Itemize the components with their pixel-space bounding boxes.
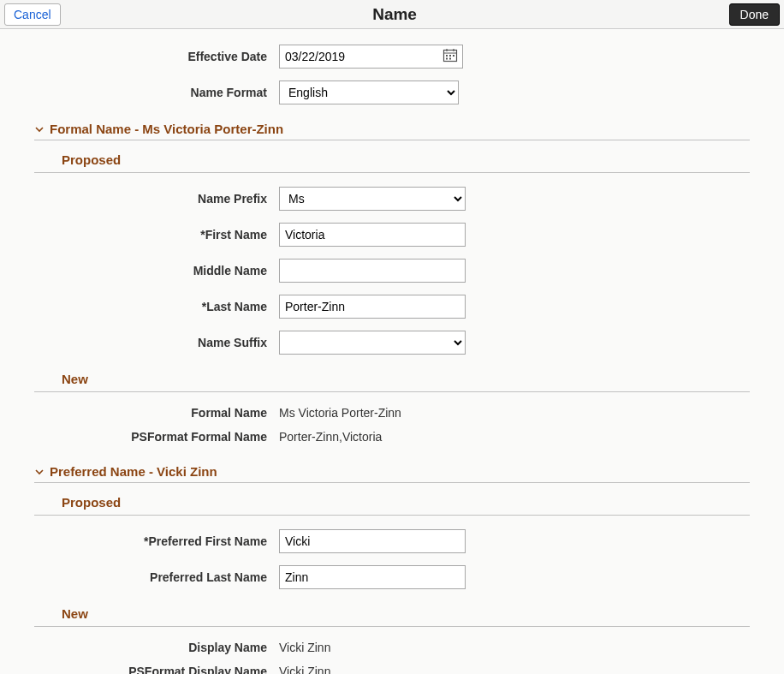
middle-name-row: Middle Name (34, 259, 750, 283)
preferred-name-section-title: Preferred Name - Vicki Zinn (50, 464, 217, 479)
name-prefix-row: Name Prefix Ms (34, 187, 750, 211)
psformat-formal-value: Porter-Zinn,Victoria (279, 430, 382, 444)
preferred-first-name-label: *Preferred First Name (34, 534, 279, 548)
formal-new-header: New (34, 367, 750, 392)
psformat-formal-row: PSFormat Formal Name Porter-Zinn,Victori… (34, 430, 750, 444)
psformat-display-value: Vicki Zinn (279, 665, 330, 674)
middle-name-input[interactable] (279, 259, 466, 283)
chevron-down-icon (34, 467, 45, 477)
formal-name-section-header[interactable]: Formal Name - Ms Victoria Porter-Zinn (34, 116, 750, 140)
formal-name-value: Ms Victoria Porter-Zinn (279, 406, 401, 420)
effective-date-label: Effective Date (34, 50, 279, 63)
psformat-display-label: PSFormat Display Name (34, 665, 279, 674)
last-name-input[interactable] (279, 295, 466, 319)
display-name-label: Display Name (34, 641, 279, 654)
svg-rect-7 (446, 58, 448, 60)
preferred-new-header: New (34, 601, 750, 627)
last-name-row: *Last Name (34, 295, 750, 319)
name-format-row: Name Format English (34, 81, 750, 104)
name-prefix-label: Name Prefix (34, 192, 279, 206)
chevron-down-icon (34, 124, 45, 134)
formal-name-section-title: Formal Name - Ms Victoria Porter-Zinn (50, 122, 283, 136)
psformat-formal-label: PSFormat Formal Name (34, 430, 279, 444)
name-format-label: Name Format (34, 86, 279, 99)
preferred-proposed-header: Proposed (34, 483, 750, 516)
page-header: Cancel Name Done (0, 0, 784, 29)
preferred-last-name-label: Preferred Last Name (34, 570, 279, 584)
cancel-button[interactable]: Cancel (4, 3, 61, 26)
middle-name-label: Middle Name (34, 264, 279, 277)
first-name-label: *First Name (34, 228, 279, 242)
preferred-last-name-input[interactable] (279, 565, 466, 589)
formal-name-row: Formal Name Ms Victoria Porter-Zinn (34, 406, 750, 420)
effective-date-input[interactable] (279, 45, 463, 69)
content-area: Effective Date (0, 29, 784, 674)
svg-rect-6 (453, 55, 454, 57)
svg-rect-5 (449, 55, 451, 57)
svg-rect-4 (446, 55, 448, 57)
preferred-name-section-header[interactable]: Preferred Name - Vicki Zinn (34, 459, 750, 483)
name-suffix-row: Name Suffix (34, 331, 750, 355)
formal-proposed-header: Proposed (34, 140, 750, 173)
psformat-display-row: PSFormat Display Name Vicki Zinn (34, 665, 750, 674)
page-title: Name (61, 5, 729, 24)
effective-date-row: Effective Date (34, 45, 750, 69)
formal-name-label: Formal Name (34, 406, 279, 420)
name-suffix-label: Name Suffix (34, 336, 279, 349)
done-button[interactable]: Done (729, 3, 780, 26)
display-name-value: Vicki Zinn (279, 641, 330, 654)
calendar-icon[interactable] (442, 48, 458, 66)
display-name-row: Display Name Vicki Zinn (34, 641, 750, 654)
first-name-row: *First Name (34, 223, 750, 247)
preferred-first-name-row: *Preferred First Name (34, 529, 750, 553)
preferred-last-name-row: Preferred Last Name (34, 565, 750, 589)
name-format-select[interactable]: English (279, 81, 459, 104)
first-name-input[interactable] (279, 223, 466, 247)
name-suffix-select[interactable] (279, 331, 466, 355)
preferred-first-name-input[interactable] (279, 529, 466, 553)
name-prefix-select[interactable]: Ms (279, 187, 466, 211)
last-name-label: *Last Name (34, 300, 279, 313)
svg-rect-8 (449, 58, 451, 60)
